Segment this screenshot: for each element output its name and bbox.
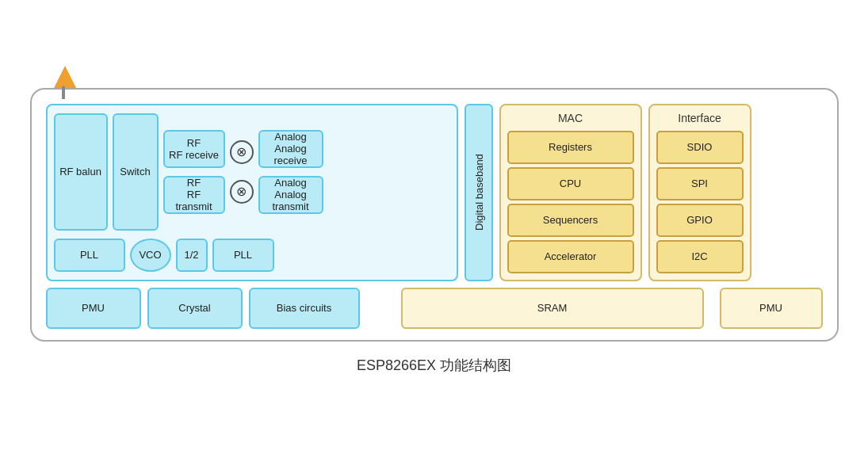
analog-transmit-block: AnalogAnalog transmit bbox=[258, 176, 323, 214]
i2c-block: I2C bbox=[656, 240, 744, 273]
interface-title: Interface bbox=[656, 112, 744, 124]
half-block: 1/2 bbox=[176, 239, 208, 272]
cpu-block: CPU bbox=[507, 167, 634, 200]
sram-block: SRAM bbox=[401, 288, 704, 329]
analog-group: AnalogAnalog receive AnalogAnalog transm… bbox=[258, 113, 323, 231]
interface-section: Interface SDIO SPI GPIO I2C bbox=[648, 104, 751, 281]
pmu-left-block: PMU bbox=[46, 288, 141, 329]
rf-balun-block: RF balun bbox=[54, 113, 108, 231]
gpio-block: GPIO bbox=[656, 204, 744, 237]
spi-block: SPI bbox=[656, 167, 744, 200]
bias-circuits-block: Bias circuits bbox=[249, 288, 360, 329]
vco-block: VCO bbox=[130, 239, 171, 272]
antenna-triangle-icon bbox=[54, 66, 76, 88]
diagram-caption: ESP8266EX 功能结构图 bbox=[357, 356, 511, 375]
main-row: RF balun Switch RFRF receive RFRF transm… bbox=[46, 104, 823, 281]
diagram-container: RF balun Switch RFRF receive RFRF transm… bbox=[30, 88, 839, 342]
analog-receive-block: AnalogAnalog receive bbox=[258, 130, 323, 168]
rf-transmit-block: RFRF transmit bbox=[163, 176, 225, 214]
pll-row: PLL VCO 1/2 PLL bbox=[54, 239, 450, 272]
sdio-block: SDIO bbox=[656, 131, 744, 164]
mixer-receive-icon: ⊗ bbox=[230, 140, 254, 164]
sequencers-block: Sequencers bbox=[507, 204, 634, 237]
registers-block: Registers bbox=[507, 131, 634, 164]
mixer-transmit-icon: ⊗ bbox=[230, 180, 254, 204]
rf-receive-block: RFRF receive bbox=[163, 130, 225, 168]
mac-section: MAC Registers CPU Sequencers Accelerator bbox=[499, 104, 642, 281]
antenna-stem-icon bbox=[62, 86, 65, 99]
accelerator-block: Accelerator bbox=[507, 240, 634, 273]
analog-section: RF balun Switch RFRF receive RFRF transm… bbox=[46, 104, 458, 281]
mac-title: MAC bbox=[507, 112, 634, 124]
pll-left-block: PLL bbox=[54, 239, 125, 272]
bottom-row: PMU Crystal Bias circuits SRAM PMU bbox=[46, 288, 823, 329]
rf-group: RFRF receive RFRF transmit bbox=[163, 113, 225, 231]
digital-baseband-block: Digital baseband bbox=[465, 104, 493, 281]
pmu-right-block: PMU bbox=[720, 288, 823, 329]
crystal-block: Crystal bbox=[147, 288, 243, 329]
switch-block: Switch bbox=[113, 113, 159, 231]
pll-right-block: PLL bbox=[212, 239, 274, 272]
mixer-col: ⊗ ⊗ bbox=[230, 113, 254, 231]
